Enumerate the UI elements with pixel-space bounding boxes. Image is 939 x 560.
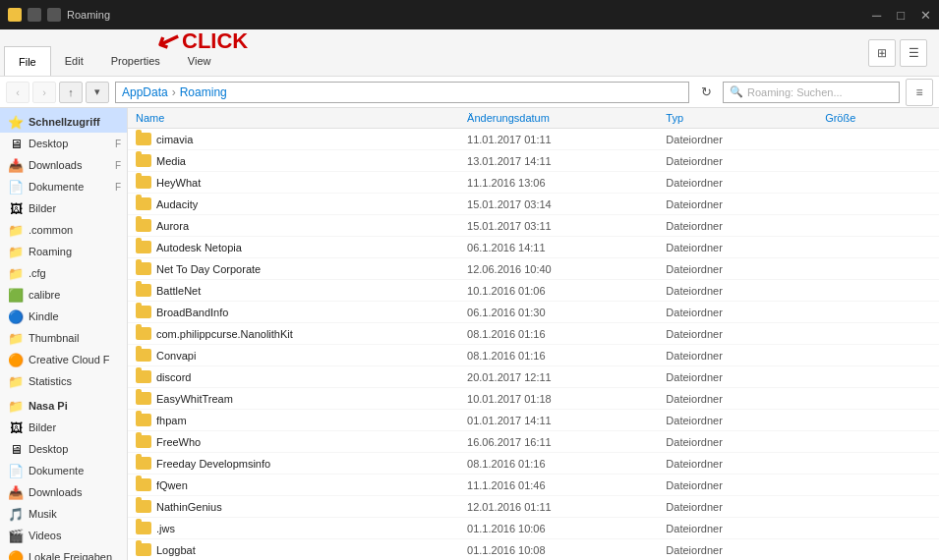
nav-forward-button[interactable]: › xyxy=(32,82,56,103)
minimize-button[interactable]: ─ xyxy=(872,8,881,23)
folder-icon xyxy=(136,478,151,491)
file-name: BattleNet xyxy=(156,285,201,297)
table-row[interactable]: .jws 01.1.2016 10:06 Dateiordner xyxy=(128,518,939,539)
nav-up-button[interactable]: ↑ xyxy=(59,82,83,103)
file-date: 12.06.2016 10:40 xyxy=(467,263,666,275)
sidebar-item-musik[interactable]: 🎵 Musik xyxy=(0,503,127,525)
sidebar-item-thumbnail[interactable]: 📁 Thumbnail xyxy=(0,327,127,349)
folder-icon xyxy=(136,219,151,232)
file-type: Dateiordner xyxy=(666,307,825,318)
sidebar-item-cfg[interactable]: 📁 .cfg xyxy=(0,262,127,284)
table-row[interactable]: EasyWhitTream 10.01.2017 01:18 Dateiordn… xyxy=(128,388,939,410)
header-type[interactable]: Typ xyxy=(666,112,825,124)
table-row[interactable]: discord 20.01.2017 12:11 Dateiordner xyxy=(128,366,939,388)
table-row[interactable]: Autodesk Netopia 06.1.2016 14:11 Dateior… xyxy=(128,237,939,258)
refresh-button[interactable]: ↻ xyxy=(695,82,717,103)
toolbar-action-btn-1[interactable]: ⊞ xyxy=(868,39,896,67)
file-date: 20.01.2017 12:11 xyxy=(467,371,666,383)
table-row[interactable]: Net To Day Corporate 12.06.2016 10:40 Da… xyxy=(128,258,939,280)
file-type: Dateiordner xyxy=(666,155,825,167)
header-date[interactable]: Änderungsdatum xyxy=(467,112,666,124)
table-row[interactable]: fhpam 01.01.2017 14:11 Dateiordner xyxy=(128,410,939,431)
header-name[interactable]: Name xyxy=(136,112,467,124)
sidebar-item-dokumente2[interactable]: 📄 Dokumente xyxy=(0,460,127,481)
videos-icon: 🎬 xyxy=(8,528,24,543)
sidebar-item-kindle[interactable]: 🔵 Kindle xyxy=(0,306,127,327)
sidebar-item-desktop[interactable]: 🖥 Desktop F xyxy=(0,133,127,154)
file-name: Media xyxy=(156,155,186,167)
file-type: Dateiordner xyxy=(666,458,825,470)
schnellzugriff-icon: ⭐ xyxy=(8,114,24,130)
file-name: FreeWho xyxy=(156,436,201,448)
sidebar-item-bilder[interactable]: 🖼 Bilder xyxy=(0,197,127,219)
title-dot-gray2 xyxy=(47,8,61,22)
sidebar-item-lokale-freigaben[interactable]: 🟠 Lokale Freigaben xyxy=(0,546,127,560)
desktop-icon: 🖥 xyxy=(8,136,24,151)
table-row[interactable]: com.philippcurse.NanolithKit 08.1.2016 0… xyxy=(128,323,939,345)
table-row[interactable]: Loggbat 01.1.2016 10:08 Dateiordner xyxy=(128,539,939,560)
sidebar-item-downloads2[interactable]: 📥 Downloads xyxy=(0,481,127,503)
file-name: Audacity xyxy=(156,198,198,210)
address-path[interactable]: AppData › Roaming xyxy=(115,82,689,103)
folder-icon xyxy=(136,414,151,426)
title-bar-left: Roaming xyxy=(8,8,110,22)
table-row[interactable]: Audacity 15.01.2017 03:14 Dateiordner xyxy=(128,194,939,215)
sidebar-item-creative-cloud[interactable]: 🟠 Creative Cloud F xyxy=(0,349,127,370)
table-row[interactable]: BattleNet 10.1.2016 01:06 Dateiordner xyxy=(128,280,939,302)
file-date: 12.01.2016 01:11 xyxy=(467,501,666,513)
sidebar-item-statistics[interactable]: 📁 Statistics xyxy=(0,370,127,392)
table-row[interactable]: FreeWho 16.06.2017 16:11 Dateiordner xyxy=(128,431,939,453)
file-type: Dateiordner xyxy=(666,285,825,297)
close-button[interactable]: ✕ xyxy=(920,8,931,23)
table-row[interactable]: Freeday Developmsinfo 08.1.2016 01:16 Da… xyxy=(128,453,939,475)
file-type: Dateiordner xyxy=(666,242,825,253)
table-row[interactable]: BroadBandInfo 06.1.2016 01:30 Dateiordne… xyxy=(128,302,939,323)
sidebar-section-nasa-pi[interactable]: 📁 Nasa Pi xyxy=(0,392,127,417)
table-row[interactable]: fQwen 11.1.2016 01:46 Dateiordner xyxy=(128,475,939,496)
tab-file[interactable]: File xyxy=(4,46,51,76)
nav-back-button[interactable]: ‹ xyxy=(6,82,29,103)
cfg-icon: 📁 xyxy=(8,265,24,281)
table-row[interactable]: HeyWhat 11.1.2016 13:06 Dateiordner xyxy=(128,172,939,194)
bilder2-icon: 🖼 xyxy=(8,420,24,435)
sidebar-item-bilder2[interactable]: 🖼 Bilder xyxy=(0,417,127,438)
tab-edit[interactable]: Edit xyxy=(51,46,97,76)
toolbar: ↙ CLICK File Edit Properties View ⊞ ☰ xyxy=(0,29,939,77)
file-date: 11.1.2016 13:06 xyxy=(467,177,666,189)
table-row[interactable]: NathinGenius 12.01.2016 01:11 Dateiordne… xyxy=(128,496,939,518)
file-type: Dateiordner xyxy=(666,479,825,491)
folder-icon xyxy=(136,543,151,556)
sidebar-item-common[interactable]: 📁 .common xyxy=(0,219,127,241)
search-options-button[interactable]: ≡ xyxy=(906,79,933,106)
tab-properties[interactable]: Properties xyxy=(97,46,174,76)
file-date: 10.01.2017 01:18 xyxy=(467,393,666,405)
file-name: EasyWhitTream xyxy=(156,393,233,405)
toolbar-action-btn-2[interactable]: ☰ xyxy=(900,39,927,67)
file-rows-container: cimavia 11.01.2017 01:11 Dateiordner Med… xyxy=(128,129,939,560)
file-name: Convapi xyxy=(156,350,196,362)
main-layout: ⭐ Schnellzugriff 🖥 Desktop F 📥 Downloads… xyxy=(0,108,939,560)
sidebar-item-videos[interactable]: 🎬 Videos xyxy=(0,525,127,546)
toolbar-actions: ⊞ ☰ xyxy=(868,39,935,67)
search-box[interactable]: 🔍 Roaming: Suchen... xyxy=(723,82,900,103)
nav-recent-button[interactable]: ▾ xyxy=(86,82,109,103)
path-segment-2: Roaming xyxy=(180,85,227,99)
table-row[interactable]: cimavia 11.01.2017 01:11 Dateiordner xyxy=(128,129,939,150)
sidebar-item-calibre[interactable]: 🟩 calibre xyxy=(0,284,127,306)
sidebar-item-desktop2[interactable]: 🖥 Desktop xyxy=(0,438,127,460)
file-date: 10.1.2016 01:06 xyxy=(467,285,666,297)
sidebar-item-roaming[interactable]: 📁 Roaming xyxy=(0,241,127,262)
maximize-button[interactable]: □ xyxy=(897,8,905,23)
table-row[interactable]: Aurora 15.01.2017 03:11 Dateiordner xyxy=(128,215,939,237)
creative-cloud-icon: 🟠 xyxy=(8,352,24,367)
sidebar-item-dokumente[interactable]: 📄 Dokumente F xyxy=(0,176,127,197)
table-row[interactable]: Convapi 08.1.2016 01:16 Dateiordner xyxy=(128,345,939,366)
header-size[interactable]: Größe xyxy=(825,112,931,124)
kindle-icon: 🔵 xyxy=(8,308,24,324)
sidebar-item-schnellzugriff[interactable]: ⭐ Schnellzugriff xyxy=(0,108,127,133)
bilder-icon: 🖼 xyxy=(8,200,24,216)
table-row[interactable]: Media 13.01.2017 14:11 Dateiordner xyxy=(128,150,939,172)
tab-view[interactable]: View xyxy=(174,46,225,76)
sidebar-item-downloads[interactable]: 📥 Downloads F xyxy=(0,154,127,176)
file-type: Dateiordner xyxy=(666,134,825,145)
